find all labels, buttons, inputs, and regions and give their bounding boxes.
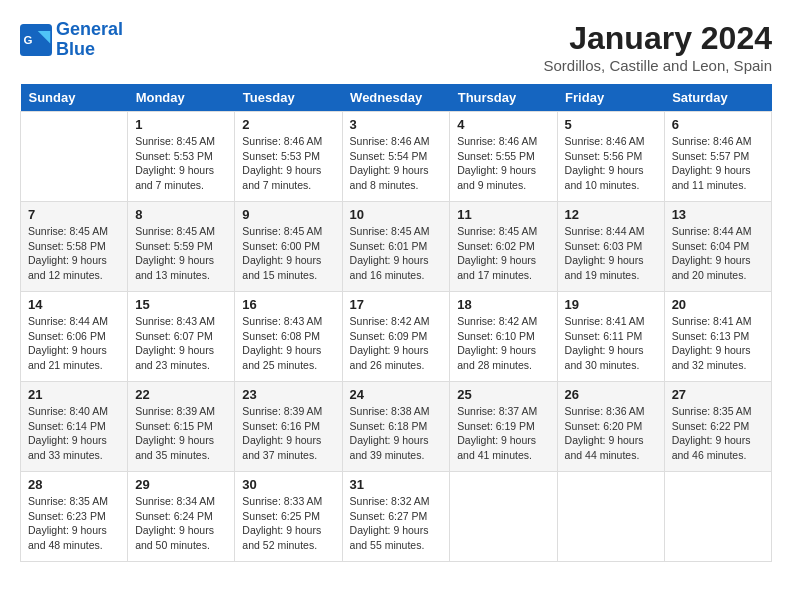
daylight: Daylight: 9 hours and 26 minutes.	[350, 343, 443, 372]
sunrise: Sunrise: 8:44 AM	[672, 224, 764, 239]
logo-text: General Blue	[56, 20, 123, 60]
sunrise: Sunrise: 8:33 AM	[242, 494, 334, 509]
sunrise: Sunrise: 8:46 AM	[457, 134, 549, 149]
week-row-4: 21Sunrise: 8:40 AMSunset: 6:14 PMDayligh…	[21, 382, 772, 472]
calendar-cell: 23Sunrise: 8:39 AMSunset: 6:16 PMDayligh…	[235, 382, 342, 472]
day-number: 9	[242, 207, 334, 222]
title-block: January 2024 Sordillos, Castille and Leo…	[544, 20, 772, 74]
daylight: Daylight: 9 hours and 8 minutes.	[350, 163, 443, 192]
daylight: Daylight: 9 hours and 50 minutes.	[135, 523, 227, 552]
sunset: Sunset: 5:56 PM	[565, 149, 657, 164]
daylight: Daylight: 9 hours and 7 minutes.	[242, 163, 334, 192]
sunrise: Sunrise: 8:40 AM	[28, 404, 120, 419]
calendar-cell: 21Sunrise: 8:40 AMSunset: 6:14 PMDayligh…	[21, 382, 128, 472]
day-number: 6	[672, 117, 764, 132]
sunrise: Sunrise: 8:42 AM	[350, 314, 443, 329]
calendar-cell: 20Sunrise: 8:41 AMSunset: 6:13 PMDayligh…	[664, 292, 771, 382]
sunset: Sunset: 6:04 PM	[672, 239, 764, 254]
day-number: 10	[350, 207, 443, 222]
daylight: Daylight: 9 hours and 32 minutes.	[672, 343, 764, 372]
header-saturday: Saturday	[664, 84, 771, 112]
daylight: Daylight: 9 hours and 30 minutes.	[565, 343, 657, 372]
calendar-cell: 15Sunrise: 8:43 AMSunset: 6:07 PMDayligh…	[128, 292, 235, 382]
sunrise: Sunrise: 8:37 AM	[457, 404, 549, 419]
day-info: Sunrise: 8:46 AMSunset: 5:53 PMDaylight:…	[242, 134, 334, 193]
calendar-cell: 29Sunrise: 8:34 AMSunset: 6:24 PMDayligh…	[128, 472, 235, 562]
sunset: Sunset: 6:13 PM	[672, 329, 764, 344]
calendar-cell: 11Sunrise: 8:45 AMSunset: 6:02 PMDayligh…	[450, 202, 557, 292]
calendar-cell	[664, 472, 771, 562]
daylight: Daylight: 9 hours and 41 minutes.	[457, 433, 549, 462]
calendar-cell: 22Sunrise: 8:39 AMSunset: 6:15 PMDayligh…	[128, 382, 235, 472]
daylight: Daylight: 9 hours and 11 minutes.	[672, 163, 764, 192]
day-number: 25	[457, 387, 549, 402]
month-title: January 2024	[544, 20, 772, 57]
calendar-cell: 25Sunrise: 8:37 AMSunset: 6:19 PMDayligh…	[450, 382, 557, 472]
sunset: Sunset: 6:15 PM	[135, 419, 227, 434]
day-info: Sunrise: 8:46 AMSunset: 5:54 PMDaylight:…	[350, 134, 443, 193]
header-monday: Monday	[128, 84, 235, 112]
daylight: Daylight: 9 hours and 46 minutes.	[672, 433, 764, 462]
calendar-cell: 16Sunrise: 8:43 AMSunset: 6:08 PMDayligh…	[235, 292, 342, 382]
day-info: Sunrise: 8:42 AMSunset: 6:09 PMDaylight:…	[350, 314, 443, 373]
day-info: Sunrise: 8:44 AMSunset: 6:04 PMDaylight:…	[672, 224, 764, 283]
sunset: Sunset: 6:09 PM	[350, 329, 443, 344]
calendar-cell: 3Sunrise: 8:46 AMSunset: 5:54 PMDaylight…	[342, 112, 450, 202]
day-number: 15	[135, 297, 227, 312]
calendar-table: SundayMondayTuesdayWednesdayThursdayFrid…	[20, 84, 772, 562]
sunset: Sunset: 6:11 PM	[565, 329, 657, 344]
sunrise: Sunrise: 8:35 AM	[672, 404, 764, 419]
day-info: Sunrise: 8:39 AMSunset: 6:15 PMDaylight:…	[135, 404, 227, 463]
sunrise: Sunrise: 8:45 AM	[135, 134, 227, 149]
sunset: Sunset: 6:16 PM	[242, 419, 334, 434]
page-header: G General Blue January 2024 Sordillos, C…	[20, 20, 772, 74]
calendar-cell: 26Sunrise: 8:36 AMSunset: 6:20 PMDayligh…	[557, 382, 664, 472]
sunset: Sunset: 6:01 PM	[350, 239, 443, 254]
day-number: 31	[350, 477, 443, 492]
day-info: Sunrise: 8:33 AMSunset: 6:25 PMDaylight:…	[242, 494, 334, 553]
day-number: 18	[457, 297, 549, 312]
sunrise: Sunrise: 8:44 AM	[28, 314, 120, 329]
sunrise: Sunrise: 8:34 AM	[135, 494, 227, 509]
day-info: Sunrise: 8:44 AMSunset: 6:06 PMDaylight:…	[28, 314, 120, 373]
day-info: Sunrise: 8:46 AMSunset: 5:56 PMDaylight:…	[565, 134, 657, 193]
daylight: Daylight: 9 hours and 17 minutes.	[457, 253, 549, 282]
daylight: Daylight: 9 hours and 55 minutes.	[350, 523, 443, 552]
sunrise: Sunrise: 8:39 AM	[242, 404, 334, 419]
calendar-cell: 2Sunrise: 8:46 AMSunset: 5:53 PMDaylight…	[235, 112, 342, 202]
daylight: Daylight: 9 hours and 15 minutes.	[242, 253, 334, 282]
daylight: Daylight: 9 hours and 12 minutes.	[28, 253, 120, 282]
sunset: Sunset: 6:07 PM	[135, 329, 227, 344]
day-number: 8	[135, 207, 227, 222]
sunrise: Sunrise: 8:35 AM	[28, 494, 120, 509]
header-wednesday: Wednesday	[342, 84, 450, 112]
sunrise: Sunrise: 8:45 AM	[242, 224, 334, 239]
calendar-cell: 1Sunrise: 8:45 AMSunset: 5:53 PMDaylight…	[128, 112, 235, 202]
calendar-cell: 28Sunrise: 8:35 AMSunset: 6:23 PMDayligh…	[21, 472, 128, 562]
calendar-cell: 31Sunrise: 8:32 AMSunset: 6:27 PMDayligh…	[342, 472, 450, 562]
day-number: 11	[457, 207, 549, 222]
week-row-2: 7Sunrise: 8:45 AMSunset: 5:58 PMDaylight…	[21, 202, 772, 292]
sunrise: Sunrise: 8:42 AM	[457, 314, 549, 329]
daylight: Daylight: 9 hours and 13 minutes.	[135, 253, 227, 282]
day-info: Sunrise: 8:44 AMSunset: 6:03 PMDaylight:…	[565, 224, 657, 283]
calendar-cell: 10Sunrise: 8:45 AMSunset: 6:01 PMDayligh…	[342, 202, 450, 292]
header-row: SundayMondayTuesdayWednesdayThursdayFrid…	[21, 84, 772, 112]
sunrise: Sunrise: 8:46 AM	[242, 134, 334, 149]
week-row-1: 1Sunrise: 8:45 AMSunset: 5:53 PMDaylight…	[21, 112, 772, 202]
logo: G General Blue	[20, 20, 123, 60]
sunrise: Sunrise: 8:41 AM	[672, 314, 764, 329]
daylight: Daylight: 9 hours and 19 minutes.	[565, 253, 657, 282]
daylight: Daylight: 9 hours and 25 minutes.	[242, 343, 334, 372]
day-number: 12	[565, 207, 657, 222]
calendar-cell: 7Sunrise: 8:45 AMSunset: 5:58 PMDaylight…	[21, 202, 128, 292]
day-info: Sunrise: 8:45 AMSunset: 5:58 PMDaylight:…	[28, 224, 120, 283]
calendar-cell: 24Sunrise: 8:38 AMSunset: 6:18 PMDayligh…	[342, 382, 450, 472]
day-info: Sunrise: 8:45 AMSunset: 6:02 PMDaylight:…	[457, 224, 549, 283]
daylight: Daylight: 9 hours and 20 minutes.	[672, 253, 764, 282]
day-info: Sunrise: 8:32 AMSunset: 6:27 PMDaylight:…	[350, 494, 443, 553]
day-info: Sunrise: 8:46 AMSunset: 5:57 PMDaylight:…	[672, 134, 764, 193]
calendar-cell: 6Sunrise: 8:46 AMSunset: 5:57 PMDaylight…	[664, 112, 771, 202]
sunrise: Sunrise: 8:46 AM	[350, 134, 443, 149]
day-number: 2	[242, 117, 334, 132]
